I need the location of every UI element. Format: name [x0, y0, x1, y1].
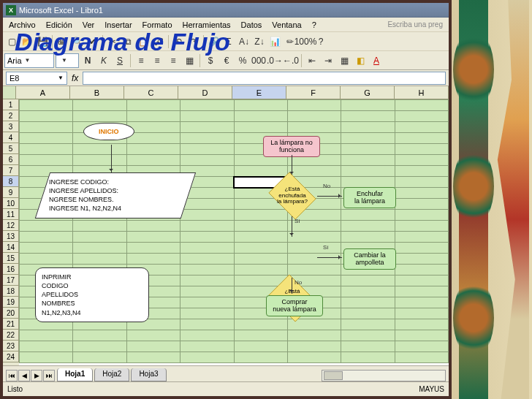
tab-nav-last-icon[interactable]: ⏭ [43, 370, 55, 381]
cell[interactable] [126, 100, 180, 111]
cell[interactable] [126, 144, 180, 155]
row-header-14[interactable]: 14 [3, 242, 19, 253]
cell[interactable] [395, 166, 448, 177]
cell[interactable] [20, 352, 73, 363]
shape-output[interactable]: INPRIMIR CODIGO APELLIDOS NOMBRES N1,N2,… [35, 267, 149, 322]
row-header-12[interactable]: 12 [3, 220, 19, 231]
cell[interactable] [73, 155, 126, 166]
cell[interactable] [395, 100, 448, 111]
cell[interactable] [234, 254, 287, 265]
cell[interactable] [395, 221, 448, 232]
cell[interactable] [126, 243, 180, 254]
shape-act1[interactable]: Enchufar la lámpara [343, 187, 396, 208]
fill-color-icon[interactable]: ◧ [353, 53, 368, 68]
cell[interactable] [287, 122, 341, 133]
cell[interactable] [341, 297, 395, 308]
cell[interactable] [395, 144, 448, 155]
cell[interactable] [126, 111, 180, 122]
row-header-1[interactable]: 1 [3, 99, 19, 110]
cell[interactable] [126, 133, 180, 144]
cell[interactable] [180, 286, 234, 297]
row-header-16[interactable]: 16 [3, 264, 19, 275]
cell[interactable] [395, 319, 448, 330]
cell[interactable] [341, 210, 395, 221]
row-header-20[interactable]: 20 [3, 308, 19, 319]
cell[interactable] [287, 265, 341, 276]
cell[interactable] [287, 254, 341, 265]
sheet-tab-3[interactable]: Hoja3 [131, 368, 166, 381]
cell[interactable] [180, 221, 234, 232]
cell[interactable] [73, 111, 126, 122]
cell[interactable] [20, 254, 73, 265]
shape-proc-top[interactable]: La lámpara no funciona [263, 136, 320, 157]
cell[interactable] [20, 111, 73, 122]
col-header-C[interactable]: C [124, 86, 178, 99]
col-header-D[interactable]: D [178, 86, 232, 99]
cell[interactable] [20, 341, 73, 352]
cell[interactable] [20, 144, 73, 155]
chart-icon[interactable]: 📊 [267, 34, 282, 49]
help-icon[interactable]: ? [314, 34, 328, 49]
cell[interactable] [180, 144, 234, 155]
cell[interactable] [126, 330, 180, 341]
cell[interactable] [73, 254, 126, 265]
row-header-22[interactable]: 22 [3, 330, 19, 341]
col-header-A[interactable]: A [16, 86, 70, 99]
col-header-G[interactable]: G [341, 86, 395, 99]
fx-icon[interactable]: fx [72, 73, 78, 83]
cell[interactable] [20, 122, 73, 133]
row-header-10[interactable]: 10 [3, 198, 19, 209]
row-header-13[interactable]: 13 [3, 231, 19, 242]
col-header-B[interactable]: B [70, 86, 124, 99]
cell[interactable] [180, 308, 234, 319]
cell[interactable] [395, 330, 448, 341]
cell[interactable] [234, 243, 287, 254]
cell[interactable] [20, 243, 73, 254]
cell[interactable] [395, 308, 448, 319]
cell[interactable] [20, 221, 73, 232]
row-header-15[interactable]: 15 [3, 253, 19, 264]
cell[interactable] [126, 341, 180, 352]
formula-bar[interactable] [83, 72, 446, 85]
cell[interactable] [180, 111, 234, 122]
row-header-7[interactable]: 7 [3, 165, 19, 176]
cell[interactable] [395, 297, 448, 308]
cell[interactable] [180, 122, 234, 133]
cell[interactable] [234, 100, 287, 111]
sheet-tab-2[interactable]: Hoja2 [94, 368, 129, 381]
cell[interactable] [395, 265, 448, 276]
row-header-11[interactable]: 11 [3, 209, 19, 220]
cell[interactable] [73, 243, 126, 254]
cell[interactable] [341, 100, 395, 111]
cell[interactable] [180, 210, 234, 221]
cell[interactable] [395, 133, 448, 144]
cell[interactable] [20, 100, 73, 111]
grid[interactable]: ABCDEFGH 1234567891011121314151617181920… [3, 86, 449, 365]
help-search-hint[interactable]: Escriba una preg [387, 20, 447, 28]
cell[interactable] [180, 254, 234, 265]
cell[interactable] [341, 319, 395, 330]
cell[interactable] [395, 232, 448, 243]
col-header-F[interactable]: F [286, 86, 341, 99]
cell[interactable] [234, 265, 287, 276]
row-header-5[interactable]: 5 [3, 143, 19, 154]
tab-nav-prev-icon[interactable]: ◀ [18, 370, 30, 381]
cell[interactable] [395, 111, 448, 122]
shape-act3[interactable]: Comprar nueva lámpara [266, 295, 323, 316]
borders-icon[interactable]: ▦ [337, 53, 352, 68]
cell[interactable] [126, 352, 180, 363]
cell[interactable] [180, 232, 234, 243]
sheet-tab-1[interactable]: Hoja1 [57, 368, 93, 381]
cell[interactable] [395, 254, 448, 265]
row-header-21[interactable]: 21 [3, 319, 19, 330]
cell[interactable] [341, 166, 395, 177]
cell[interactable] [341, 111, 395, 122]
tab-nav-next-icon[interactable]: ▶ [31, 370, 42, 381]
cell[interactable] [341, 286, 395, 297]
shape-dec1[interactable]: ¿Está enchufada la lámpara? [266, 175, 319, 216]
cell[interactable] [234, 232, 287, 243]
sort-asc-icon[interactable]: A↓ [237, 34, 251, 49]
cell[interactable] [341, 155, 395, 166]
cell[interactable] [73, 144, 126, 155]
cell[interactable] [395, 188, 448, 199]
